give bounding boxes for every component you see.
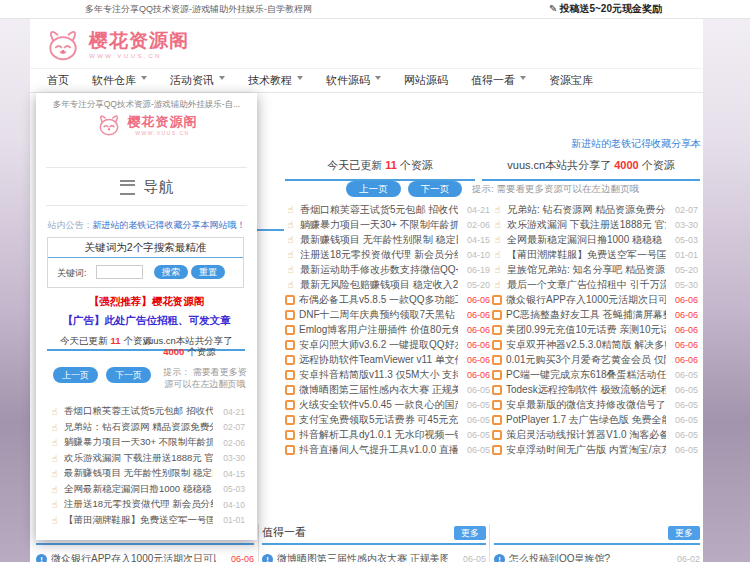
resource-title[interactable]: 布偶必备工具v5.8.5 一款QQ多功能工具软件 (299, 293, 458, 307)
ad-slot-link[interactable]: 【广告】此处广告位招租、可发文章 (36, 314, 257, 328)
list-item[interactable]: Todesk远程控制软件 极致流畅的远程协助工具 06-05 (492, 382, 698, 397)
resource-title[interactable]: 微众银行APP存入1000元活期次日可以获得无 (506, 293, 666, 307)
list-item[interactable]: PC恶搞整蛊好友工具 苍蝇捕满屏幕整蛊专家 效 06-06 (492, 307, 698, 322)
resource-title[interactable]: 注册送18元零投资做代理 新会员分红存 (64, 498, 213, 511)
resource-title[interactable]: 策启灵活动线报计算器V1.0 淘客必备的一款软 (506, 428, 666, 442)
list-item[interactable]: PotPlayer 1.7 去广告绿色版 免费全能影音播 06-05 (492, 412, 698, 427)
recommend-ad-link[interactable]: 【强烈推荐】樱花资源阁 (36, 295, 257, 309)
list-item[interactable]: 最后一个文章广告位招租中 引千万流 聚八方 05-30 (492, 277, 698, 292)
list-item[interactable]: 注册送18元零投资做代理 新会员分红存 04-10 (49, 497, 245, 513)
resource-title[interactable]: 香烟口粮芙蓉王试货5元包邮 招收代理 (64, 405, 213, 418)
list-item[interactable]: 香烟口粮芙蓉王试货5元包邮 招收代理 04-21 (285, 202, 490, 217)
prev-page-button[interactable]: 上一页 (346, 181, 401, 197)
resource-title[interactable]: 【莆田潮牌鞋服】免费送空军一号匡威 (64, 514, 213, 527)
list-item[interactable]: 美团0.99元充值10元话费 亲测10元话费秒到 06-06 (492, 322, 698, 337)
resource-title[interactable]: 兄弟站：钻石资源网 精品资源免费分享基 (64, 421, 213, 434)
resource-title[interactable]: 注册送18元零投资做代理 新会员分红存1000 (300, 248, 458, 262)
nav-item[interactable]: 活动资讯 (170, 73, 225, 88)
list-item[interactable]: 安卓浮动时间无广告版 内置淘宝/京东/苏宁/拼 06-05 (492, 442, 698, 457)
list-item[interactable]: 微众银行APP存入1000元活期次日可以获得无 06-06 (492, 292, 698, 307)
list-item[interactable]: 兄弟站: 钻石资源网 精品资源免费分享基地 02-07 (492, 202, 698, 217)
list-item[interactable]: 策启灵活动线报计算器V1.0 淘客必备的一款软 06-05 (492, 427, 698, 442)
resource-title[interactable]: 躺赚暴力项目一天30+ 不限制年龄抓紧上 (64, 436, 213, 449)
list-item[interactable]: 支付宝免费领取5元话费券 可45元充值三网50 06-05 (285, 412, 490, 427)
nav-item[interactable]: 资源宝库 (549, 73, 593, 88)
list-item[interactable]: 最新赚钱项目 无年龄性别限制 稳定日撸 04-15 (49, 466, 245, 482)
nav-item[interactable]: 首页 (47, 73, 69, 88)
resource-title[interactable]: 最新赚钱项目 无年龄性别限制 稳定日撸300+ (300, 233, 458, 247)
resource-title[interactable]: 安卓双开神器v2.5.3.0精简版 解决多账号切换 (506, 338, 666, 352)
nav-toggle[interactable]: 导航 (36, 175, 257, 199)
list-item[interactable]: 全网最新稳定漏洞日撸1000 稳稳稳 05-03 (49, 482, 245, 498)
resource-title[interactable]: 安卓闪照大师v3.6.2 一键提取QQ好友发的闪照 (299, 338, 458, 352)
resource-title[interactable]: 香烟口粮芙蓉王试货5元包邮 招收代理 (300, 203, 458, 217)
resource-title[interactable]: 兄弟站: 钻石资源网 精品资源免费分享基地 (507, 203, 666, 217)
resource-title[interactable]: 抖音解析工具dy1.0.1 无水印视频一键解析软件 (299, 428, 458, 442)
resource-title[interactable]: 最新赚钱项目 无年龄性别限制 稳定日撸 (64, 467, 213, 480)
list-item[interactable]: 兄弟站：钻石资源网 精品资源免费分享基 02-07 (49, 420, 245, 436)
submit-reward-link[interactable]: ✎投稿送5~20元现金奖励 (549, 0, 662, 18)
list-item[interactable]: Emlog博客用户注册插件 价值80元免费分享 06-06 (285, 322, 490, 337)
resource-title[interactable]: Todesk远程控制软件 极致流畅的远程协助工具 (506, 383, 666, 397)
nav-item[interactable]: 软件仓库 (92, 73, 147, 88)
list-item[interactable]: 最新赚钱项目 无年龄性别限制 稳定日撸300+ 04-15 (285, 232, 490, 247)
site-logo[interactable]: 樱花资源阁 WWW.VUUS.CN (44, 22, 189, 68)
list-item[interactable]: 抖音解析工具dy1.0.1 无水印视频一键解析软件 06-05 (285, 427, 490, 442)
resource-title[interactable]: 安卓抖音精简版v11.3 仅5M大小 支持账号登录 (299, 368, 458, 382)
resource-title[interactable]: 支付宝免费领取5元话费券 可45元充值三网50 (299, 413, 458, 427)
list-item[interactable]: 香烟口粮芙蓉王试货5元包邮 招收代理 04-21 (49, 404, 245, 420)
list-item[interactable]: 注册送18元零投资做代理 新会员分红存1000 04-10 (285, 247, 490, 262)
resource-title[interactable]: PotPlayer 1.7 去广告绿色版 免费全能影音播 (506, 413, 666, 427)
list-item[interactable]: 微博晒图第三届性感内衣大赛 正规美图等你欣 06-05 (285, 382, 490, 397)
next-page-button[interactable]: 下一页 (408, 181, 463, 197)
list-item[interactable]: 躺赚暴力项目一天30+ 不限制年龄抓紧上 02-06 (49, 435, 245, 451)
resource-title[interactable]: 【莆田潮牌鞋服】免费送空军一号匡威1970s (507, 248, 666, 262)
list-item[interactable]: 安卓抖音精简版v11.3 仅5M大小 支持账号登录 06-06 (285, 367, 490, 382)
list-item[interactable]: 远程协助软件TeamViewer v11 单文件版 方便 06-06 (285, 352, 490, 367)
list-item[interactable]: 安卓双开神器v2.5.3.0精简版 解决多账号切换 06-06 (492, 337, 698, 352)
next-page-button[interactable]: 下一页 (106, 367, 151, 383)
list-item[interactable]: DNF十二周年庆典预约领取7天黑钻 回归用户 06-06 (285, 307, 490, 322)
keyword-input[interactable] (96, 265, 143, 279)
list-item[interactable]: 全网最新稳定漏洞日撸1000 稳稳稳 05-03 (492, 232, 698, 247)
resource-title[interactable]: 远程协助软件TeamViewer v11 单文件版 方便 (299, 353, 458, 367)
notice-link[interactable]: 新进站的老铁记得收藏分享本网站哦！ (93, 220, 246, 230)
list-item[interactable]: 欢乐游戏漏洞 下载注册送1888元 官方合作 03-30 (492, 217, 698, 232)
more-button[interactable]: 更多 (668, 526, 700, 540)
list-item[interactable]: 安卓最新版的微信支持修改微信号了！ IOS版 06-05 (492, 397, 698, 412)
list-item[interactable]: PC端一键完成京东618叠蛋糕活动任务工具 06-05 (492, 367, 698, 382)
resource-title[interactable]: 怎么投稿到QQ皇族馆? (509, 552, 662, 562)
nav-item[interactable]: 值得一看 (471, 73, 526, 88)
nav-item[interactable]: 技术教程 (248, 73, 303, 88)
nav-item[interactable]: 网站源码 (404, 73, 448, 88)
prev-page-button[interactable]: 上一页 (53, 367, 98, 383)
resource-title[interactable]: PC恶搞整蛊好友工具 苍蝇捕满屏幕整蛊专家 效 (506, 308, 666, 322)
resource-title[interactable]: 抖音直播间人气提升工具v1.0.0 直播间自动发 (299, 443, 458, 457)
list-item[interactable]: 安卓闪照大师v3.6.2 一键提取QQ好友发的闪照 06-06 (285, 337, 490, 352)
resource-title[interactable]: 火绒安全软件v5.0.45 一款良心的国产安全软件 (299, 398, 458, 412)
list-item[interactable]: 最新运动助手修改步数支持微信QQ+ZFB步 06-19 (285, 262, 490, 277)
list-item[interactable]: 欢乐游戏漏洞 下载注册送1888元 官方合 03-30 (49, 451, 245, 467)
announcement-marquee[interactable]: 新进站的老铁记得收藏分享本 (571, 137, 701, 151)
resource-title[interactable]: 微众银行APP存入1000元活期次日可以获得无门 (51, 552, 216, 562)
resource-title[interactable]: 欢乐游戏漏洞 下载注册送1888元 官方合 (64, 452, 213, 465)
resource-title[interactable]: PC端一键完成京东618叠蛋糕活动任务工具 (506, 368, 666, 382)
resource-title[interactable]: 0.01元购买3个月爱奇艺黄金会员 仅限京东白 (506, 353, 666, 367)
search-button[interactable]: 搜索 (154, 265, 188, 279)
resource-title[interactable]: Emlog博客用户注册插件 价值80元免费分享 (299, 323, 458, 337)
reset-button[interactable]: 重置 (191, 265, 225, 279)
list-item[interactable]: 火绒安全软件v5.0.45 一款良心的国产安全软件 06-05 (285, 397, 490, 412)
list-item[interactable]: 怎么投稿到QQ皇族馆? 06-02 (494, 551, 700, 562)
popup-logo[interactable]: 樱花资源阁 WWW.VUUS.CN (36, 113, 257, 137)
resource-title[interactable]: 最新运动助手修改步数支持微信QQ+ZFB步 (300, 263, 458, 277)
list-item[interactable]: 微众银行APP存入1000元活期次日可以获得无门 06-06 (36, 551, 254, 562)
list-item[interactable]: 躺赚暴力项目一天30+ 不限制年龄抓紧上车 02-06 (285, 217, 490, 232)
resource-title[interactable]: 微博晒图第三届性感内衣大赛 正规美图等你欣 (299, 383, 458, 397)
resource-title[interactable]: 美团0.99元充值10元话费 亲测10元话费秒到 (506, 323, 666, 337)
resource-title[interactable]: 安卓最新版的微信支持修改微信号了！ IOS版 (506, 398, 666, 412)
resource-title[interactable]: 全网最新稳定漏洞日撸1000 稳稳稳 (64, 483, 213, 496)
resource-title[interactable]: 皇族馆兄弟站: 知名分享吧 精品资源分享基地 (507, 263, 666, 277)
resource-title[interactable]: 全网最新稳定漏洞日撸1000 稳稳稳 (507, 233, 666, 247)
list-item[interactable]: 布偶必备工具v5.8.5 一款QQ多功能工具软件 06-06 (285, 292, 490, 307)
list-item[interactable]: 抖音直播间人气提升工具v1.0.0 直播间自动发 06-05 (285, 442, 490, 457)
